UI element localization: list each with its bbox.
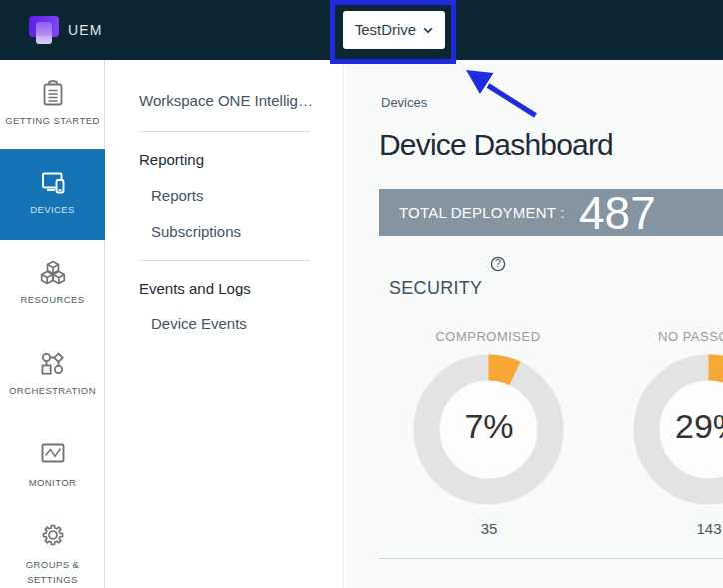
- svg-text:?: ?: [495, 257, 501, 269]
